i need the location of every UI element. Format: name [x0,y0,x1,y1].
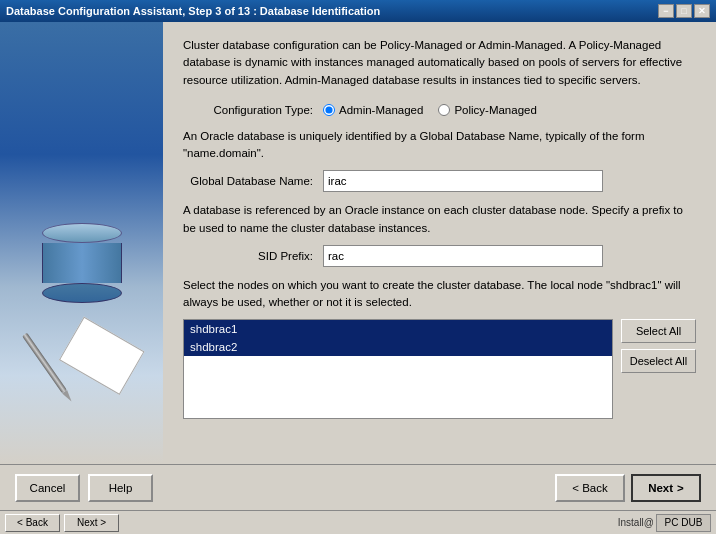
config-type-label: Configuration Type: [183,104,323,116]
status-next-button[interactable]: Next > [64,514,119,532]
close-button[interactable]: ✕ [694,4,710,18]
drum-bottom [42,283,122,303]
bottom-left-buttons: Cancel Help [15,474,153,502]
radio-group: Admin-Managed Policy-Managed [323,104,537,116]
pen-icon [22,333,74,404]
install-label: Install@ [618,517,654,528]
description-text: Cluster database configuration can be Po… [183,37,696,89]
admin-managed-label: Admin-Managed [339,104,423,116]
select-all-button[interactable]: Select All [621,319,696,343]
global-db-name-label: Global Database Name: [183,175,323,187]
global-db-name-row: Global Database Name: [183,170,696,192]
nodes-area: shdbrac1 shdbrac2 Select All Deselect Al… [183,319,696,419]
node-item-shdbrac2[interactable]: shdbrac2 [184,338,612,356]
global-db-info-text: An Oracle database is uniquely identifie… [183,128,696,163]
cancel-button[interactable]: Cancel [15,474,80,502]
status-left: < Back Next > [5,514,119,532]
admin-managed-option[interactable]: Admin-Managed [323,104,423,116]
deselect-all-button[interactable]: Deselect All [621,349,696,373]
left-panel [0,22,163,464]
title-bar-controls: − □ ✕ [658,4,710,18]
next-label: Next [648,482,673,494]
nodes-section: Select the nodes on which you want to cr… [183,277,696,420]
nodes-info-text: Select the nodes on which you want to cr… [183,277,696,312]
policy-managed-label: Policy-Managed [454,104,536,116]
bottom-right-buttons: < Back Next > [555,474,701,502]
status-right: Install@ PC DUB [618,514,711,532]
minimize-button[interactable]: − [658,4,674,18]
maximize-button[interactable]: □ [676,4,692,18]
right-content: Cluster database configuration can be Po… [163,22,716,464]
status-back-button[interactable]: < Back [5,514,60,532]
admin-managed-radio[interactable] [323,104,335,116]
drum-body [42,243,122,283]
drum-top [42,223,122,243]
bottom-bar: Cancel Help < Back Next > [0,464,716,510]
content-area: Cluster database configuration can be Po… [0,22,716,464]
config-type-row: Configuration Type: Admin-Managed Policy… [183,104,696,116]
nodes-buttons: Select All Deselect All [621,319,696,419]
status-bar: < Back Next > Install@ PC DUB [0,510,716,534]
left-panel-illustration [0,22,163,464]
back-button[interactable]: < Back [555,474,625,502]
policy-managed-option[interactable]: Policy-Managed [438,104,536,116]
task-label: PC DUB [665,517,703,528]
title-bar: Database Configuration Assistant, Step 3… [0,0,716,22]
sid-prefix-label: SID Prefix: [183,250,323,262]
task-button[interactable]: PC DUB [656,514,711,532]
next-button[interactable]: Next > [631,474,701,502]
next-arrow: > [677,482,684,494]
main-window: Cluster database configuration can be Po… [0,22,716,534]
nodes-list[interactable]: shdbrac1 shdbrac2 [183,319,613,419]
policy-managed-radio[interactable] [438,104,450,116]
node-item-shdbrac1[interactable]: shdbrac1 [184,320,612,338]
sid-info-text: A database is referenced by an Oracle in… [183,202,696,237]
title-bar-text: Database Configuration Assistant, Step 3… [6,5,380,17]
sid-prefix-row: SID Prefix: [183,245,696,267]
sid-prefix-input[interactable] [323,245,603,267]
global-db-name-input[interactable] [323,170,603,192]
help-button[interactable]: Help [88,474,153,502]
